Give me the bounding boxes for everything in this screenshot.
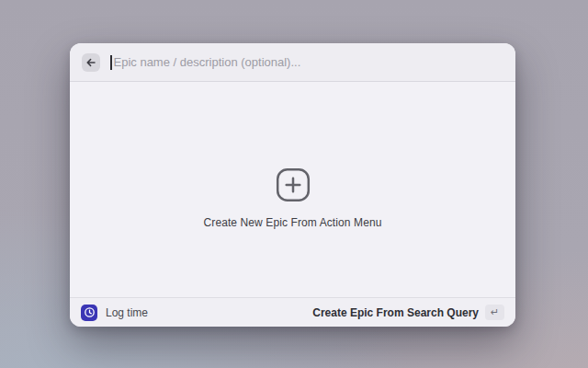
dialog-header [70,43,515,82]
return-key-icon: ↵ [485,305,504,320]
dialog-body-empty-state: Create New Epic From Action Menu [70,82,515,297]
create-epic-from-search-query-action[interactable]: Create Epic From Search Query ↵ [312,305,504,320]
create-epic-dialog: Create New Epic From Action Menu Log tim… [70,43,515,327]
arrow-left-icon [85,57,96,68]
dialog-footer: Log time Create Epic From Search Query ↵ [70,297,515,327]
epic-name-input[interactable] [112,55,504,69]
log-time-action[interactable]: Log time [81,305,148,321]
create-epic-from-search-query-label: Create Epic From Search Query [312,306,479,319]
back-button[interactable] [82,53,100,72]
plus-squircle-icon [276,167,311,202]
empty-state-label: Create New Epic From Action Menu [204,216,382,229]
log-time-label: Log time [106,306,148,319]
clock-icon [81,305,97,321]
epic-name-field-wrap [110,43,503,81]
desktop-background: { "dialog": { "header": { "back_icon": "… [0,0,588,368]
